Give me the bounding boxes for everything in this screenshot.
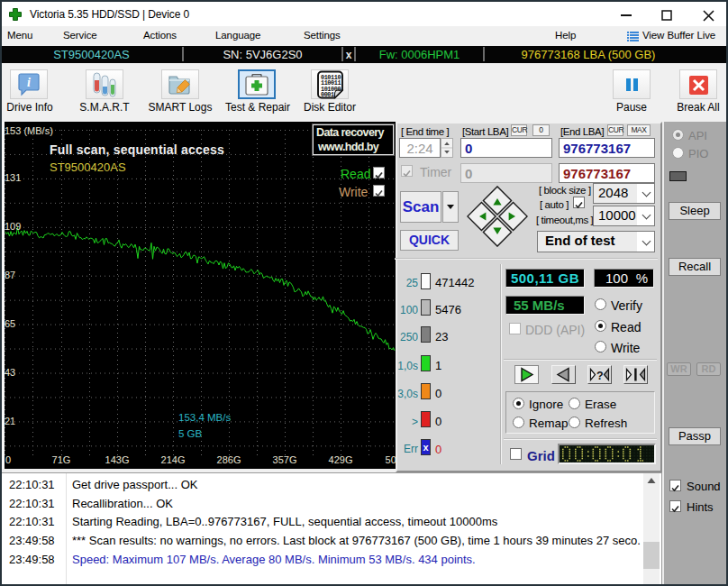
svg-text:i: i [27, 76, 31, 89]
svg-text:?: ? [596, 370, 604, 382]
svg-text:0001: 0001 [321, 91, 334, 98]
